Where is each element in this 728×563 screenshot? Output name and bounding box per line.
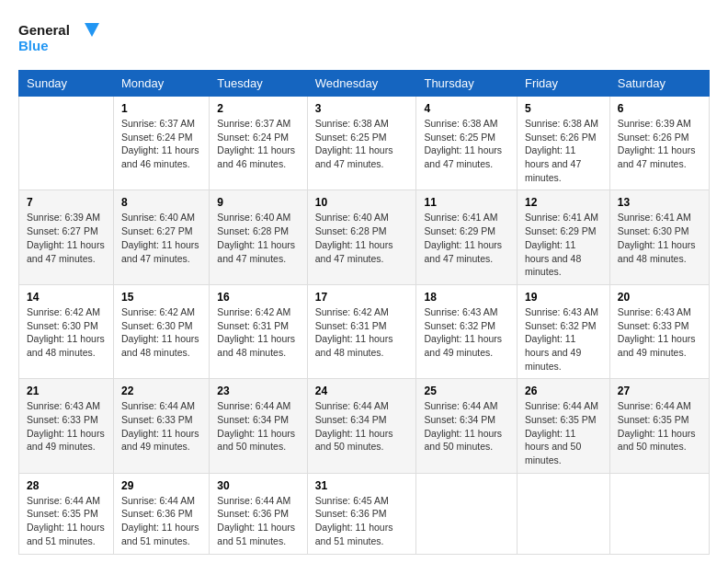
week-row-1: 1Sunrise: 6:37 AMSunset: 6:24 PMDaylight… (19, 97, 710, 190)
day-cell: 31Sunrise: 6:45 AMSunset: 6:36 PMDayligh… (307, 473, 416, 554)
day-cell: 4Sunrise: 6:38 AMSunset: 6:25 PMDaylight… (416, 97, 518, 190)
col-header-monday: Monday (113, 71, 209, 97)
day-info: Sunrise: 6:44 AMSunset: 6:34 PMDaylight:… (315, 399, 409, 454)
day-cell (416, 473, 518, 554)
day-number: 18 (424, 291, 509, 304)
day-cell: 20Sunrise: 6:43 AMSunset: 6:33 PMDayligh… (609, 284, 709, 378)
day-cell: 13Sunrise: 6:41 AMSunset: 6:30 PMDayligh… (609, 190, 709, 284)
day-cell (609, 473, 709, 554)
day-cell: 15Sunrise: 6:42 AMSunset: 6:30 PMDayligh… (113, 284, 209, 378)
day-cell: 17Sunrise: 6:42 AMSunset: 6:31 PMDayligh… (307, 284, 416, 378)
day-number: 29 (121, 479, 201, 492)
day-cell: 19Sunrise: 6:43 AMSunset: 6:32 PMDayligh… (517, 284, 609, 378)
day-info: Sunrise: 6:40 AMSunset: 6:28 PMDaylight:… (217, 211, 299, 265)
day-info: Sunrise: 6:44 AMSunset: 6:35 PMDaylight:… (27, 494, 106, 548)
day-info: Sunrise: 6:44 AMSunset: 6:36 PMDaylight:… (217, 494, 299, 548)
day-info: Sunrise: 6:37 AMSunset: 6:24 PMDaylight:… (121, 117, 201, 171)
logo: GeneralBlue (18, 18, 101, 55)
day-cell (517, 473, 609, 554)
day-number: 8 (121, 196, 201, 209)
day-cell: 25Sunrise: 6:44 AMSunset: 6:34 PMDayligh… (416, 379, 518, 473)
day-number: 25 (424, 385, 509, 397)
calendar-table: SundayMondayTuesdayWednesdayThursdayFrid… (18, 70, 710, 555)
col-header-wednesday: Wednesday (307, 71, 416, 97)
day-number: 6 (618, 102, 701, 115)
logo-svg: GeneralBlue (18, 18, 101, 55)
day-number: 26 (525, 385, 602, 397)
day-info: Sunrise: 6:41 AMSunset: 6:29 PMDaylight:… (525, 211, 602, 278)
day-info: Sunrise: 6:44 AMSunset: 6:35 PMDaylight:… (618, 399, 701, 454)
day-info: Sunrise: 6:43 AMSunset: 6:33 PMDaylight:… (618, 305, 701, 360)
header-row: SundayMondayTuesdayWednesdayThursdayFrid… (19, 71, 710, 97)
day-number: 21 (27, 385, 106, 397)
week-row-4: 21Sunrise: 6:43 AMSunset: 6:33 PMDayligh… (19, 379, 710, 473)
day-number: 1 (121, 102, 201, 115)
day-cell: 28Sunrise: 6:44 AMSunset: 6:35 PMDayligh… (19, 473, 114, 554)
day-info: Sunrise: 6:38 AMSunset: 6:25 PMDaylight:… (315, 117, 409, 171)
day-cell: 16Sunrise: 6:42 AMSunset: 6:31 PMDayligh… (210, 284, 307, 378)
col-header-friday: Friday (517, 71, 609, 97)
day-number: 30 (217, 479, 299, 492)
day-cell: 10Sunrise: 6:40 AMSunset: 6:28 PMDayligh… (307, 190, 416, 284)
day-number: 11 (424, 196, 509, 209)
day-number: 16 (217, 291, 299, 304)
day-cell: 26Sunrise: 6:44 AMSunset: 6:35 PMDayligh… (517, 379, 609, 473)
day-cell: 5Sunrise: 6:38 AMSunset: 6:26 PMDaylight… (517, 97, 609, 190)
day-number: 22 (121, 385, 201, 397)
week-row-5: 28Sunrise: 6:44 AMSunset: 6:35 PMDayligh… (19, 473, 710, 554)
day-number: 15 (121, 291, 201, 304)
day-number: 24 (315, 385, 409, 397)
day-cell: 14Sunrise: 6:42 AMSunset: 6:30 PMDayligh… (19, 284, 114, 378)
col-header-sunday: Sunday (19, 71, 114, 97)
day-info: Sunrise: 6:39 AMSunset: 6:27 PMDaylight:… (27, 211, 106, 265)
day-cell: 12Sunrise: 6:41 AMSunset: 6:29 PMDayligh… (517, 190, 609, 284)
day-info: Sunrise: 6:44 AMSunset: 6:33 PMDaylight:… (121, 399, 201, 454)
day-info: Sunrise: 6:44 AMSunset: 6:35 PMDaylight:… (525, 399, 602, 466)
svg-marker-2 (85, 23, 99, 37)
day-info: Sunrise: 6:43 AMSunset: 6:33 PMDaylight:… (27, 399, 106, 454)
day-number: 2 (217, 102, 299, 115)
day-cell: 2Sunrise: 6:37 AMSunset: 6:24 PMDaylight… (210, 97, 307, 190)
day-number: 3 (315, 102, 409, 115)
day-cell (19, 97, 114, 190)
day-info: Sunrise: 6:39 AMSunset: 6:26 PMDaylight:… (618, 117, 701, 171)
day-cell: 30Sunrise: 6:44 AMSunset: 6:36 PMDayligh… (210, 473, 307, 554)
col-header-tuesday: Tuesday (210, 71, 307, 97)
day-info: Sunrise: 6:42 AMSunset: 6:30 PMDaylight:… (27, 305, 106, 360)
day-number: 10 (315, 196, 409, 209)
day-number: 12 (525, 196, 602, 209)
day-info: Sunrise: 6:37 AMSunset: 6:24 PMDaylight:… (217, 117, 299, 171)
day-number: 9 (217, 196, 299, 209)
day-info: Sunrise: 6:42 AMSunset: 6:30 PMDaylight:… (121, 305, 201, 360)
day-number: 31 (315, 479, 409, 492)
day-cell: 29Sunrise: 6:44 AMSunset: 6:36 PMDayligh… (113, 473, 209, 554)
col-header-thursday: Thursday (416, 71, 518, 97)
col-header-saturday: Saturday (609, 71, 709, 97)
day-number: 14 (27, 291, 106, 304)
day-cell: 8Sunrise: 6:40 AMSunset: 6:27 PMDaylight… (113, 190, 209, 284)
day-info: Sunrise: 6:43 AMSunset: 6:32 PMDaylight:… (525, 305, 602, 373)
day-cell: 18Sunrise: 6:43 AMSunset: 6:32 PMDayligh… (416, 284, 518, 378)
day-info: Sunrise: 6:41 AMSunset: 6:30 PMDaylight:… (618, 211, 701, 265)
day-cell: 7Sunrise: 6:39 AMSunset: 6:27 PMDaylight… (19, 190, 114, 284)
week-row-2: 7Sunrise: 6:39 AMSunset: 6:27 PMDaylight… (19, 190, 710, 284)
day-info: Sunrise: 6:44 AMSunset: 6:34 PMDaylight:… (424, 399, 509, 454)
day-number: 23 (217, 385, 299, 397)
day-number: 20 (618, 291, 701, 304)
day-info: Sunrise: 6:45 AMSunset: 6:36 PMDaylight:… (315, 494, 409, 548)
day-info: Sunrise: 6:38 AMSunset: 6:25 PMDaylight:… (424, 117, 509, 171)
week-row-3: 14Sunrise: 6:42 AMSunset: 6:30 PMDayligh… (19, 284, 710, 378)
day-info: Sunrise: 6:38 AMSunset: 6:26 PMDaylight:… (525, 117, 602, 184)
day-cell: 21Sunrise: 6:43 AMSunset: 6:33 PMDayligh… (19, 379, 114, 473)
day-info: Sunrise: 6:44 AMSunset: 6:34 PMDaylight:… (217, 399, 299, 454)
day-number: 5 (525, 102, 602, 115)
day-info: Sunrise: 6:41 AMSunset: 6:29 PMDaylight:… (424, 211, 509, 265)
day-cell: 1Sunrise: 6:37 AMSunset: 6:24 PMDaylight… (113, 97, 209, 190)
day-info: Sunrise: 6:44 AMSunset: 6:36 PMDaylight:… (121, 494, 201, 548)
day-number: 28 (27, 479, 106, 492)
day-info: Sunrise: 6:40 AMSunset: 6:28 PMDaylight:… (315, 211, 409, 265)
day-info: Sunrise: 6:42 AMSunset: 6:31 PMDaylight:… (217, 305, 299, 360)
day-cell: 22Sunrise: 6:44 AMSunset: 6:33 PMDayligh… (113, 379, 209, 473)
day-info: Sunrise: 6:43 AMSunset: 6:32 PMDaylight:… (424, 305, 509, 360)
day-number: 19 (525, 291, 602, 304)
